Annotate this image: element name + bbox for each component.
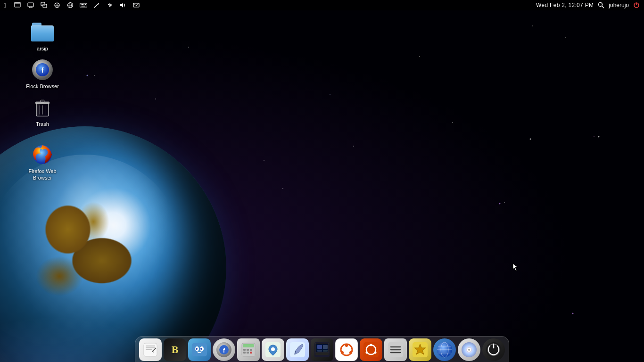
dock-item-bbedit[interactable]: B [164,338,186,361]
dock-icon-network [433,338,456,361]
svg-rect-71 [323,345,328,349]
dock-icon-texteditor [139,338,162,361]
dock-item-calculator[interactable] [237,338,260,361]
menubar-tool-icon[interactable] [53,1,61,9]
flock-icon: f [31,58,54,81]
svg-rect-73 [323,350,328,352]
dock-icon-flock: f [213,338,235,361]
svg-rect-19 [81,6,85,7]
dock-item-screen[interactable] [311,338,333,361]
svg-point-52 [200,348,202,350]
arsip-label: arsip [37,45,48,52]
dock-item-ubuntu[interactable] [360,338,382,361]
dock-icon-bbedit: B [164,338,186,361]
menubar-keyboard-icon[interactable] [80,1,87,9]
menubar-right: Wed Feb 2, 12:07 PM joherujo [536,1,640,9]
svg-rect-62 [247,352,249,354]
menubar-window-icon[interactable] [14,1,21,9]
menubar-search-icon[interactable] [597,1,605,9]
svg-point-84 [374,352,377,354]
dock-item-location[interactable] [262,338,284,361]
svg-rect-60 [250,349,252,351]
desktop-icon-trash[interactable]: Trash [24,94,61,129]
svg-rect-7 [43,4,47,8]
dock-item-finder[interactable] [188,338,211,361]
dock-item-texteditor[interactable] [139,338,162,361]
svg-rect-63 [250,352,252,354]
svg-rect-72 [317,350,322,352]
svg-point-27 [599,3,603,7]
dock-icon-calculator [237,338,260,361]
desktop-icon-arsip[interactable]: arsip [24,19,61,54]
trash-icon [31,96,54,119]
dock-icon-location [262,338,284,361]
svg-rect-57 [243,344,254,347]
desktop:  [0,0,644,362]
desktop-icon-flock[interactable]: f Flock Browser [24,57,61,91]
menubar-username[interactable]: joherujo [609,2,629,8]
menubar-screen2-icon[interactable] [40,1,48,9]
dock-item-sleep[interactable] [482,338,505,361]
dock-icon-finder [188,338,211,361]
svg-point-98 [468,349,470,351]
menubar-left:  [4,1,140,9]
svg-point-82 [370,344,372,346]
menubar-usb-icon[interactable] [106,1,114,9]
flock-label: Flock Browser [26,83,59,90]
svg-rect-15 [81,4,82,5]
svg-rect-16 [82,4,83,5]
svg-line-28 [602,6,604,8]
menubar-datetime: Wed Feb 2, 12:07 PM [536,2,594,8]
svg-text:f: f [41,66,44,74]
firefox-label: Firefox Web Browser [25,168,59,181]
dock-item-quill[interactable] [286,338,309,361]
menubar:  [0,0,644,10]
dock-item-clippings[interactable] [409,338,431,361]
bbedit-letter: B [172,344,179,356]
dock-icon-ubuntu [360,338,382,361]
svg-point-83 [366,352,368,354]
svg-rect-59 [247,349,249,351]
apple-menu[interactable]:  [4,2,6,9]
menubar-globe-icon[interactable] [66,1,74,9]
svg-rect-14 [80,3,87,7]
svg-rect-24 [110,4,111,6]
svg-rect-61 [243,352,246,354]
dock-icon-screen [311,338,333,361]
svg-rect-48 [192,343,207,356]
svg-point-79 [349,351,352,354]
svg-rect-70 [317,345,322,349]
dock-item-flock-dock[interactable]: f [213,338,235,361]
dock-item-disc[interactable] [458,338,480,361]
menubar-email-icon[interactable] [132,1,140,9]
dock-item-ubuntuone[interactable] [335,338,358,361]
dock: B [135,336,509,362]
dock-item-menu[interactable] [384,338,407,361]
dock-icon-quill [286,338,309,361]
svg-marker-25 [120,3,123,8]
arsip-icon [31,21,54,43]
dock-icon-disc [458,338,480,361]
dock-icon-ubuntuone [335,338,358,361]
svg-rect-74 [315,353,329,355]
svg-rect-18 [85,4,86,5]
dock-icon-menu [384,338,407,361]
svg-line-20 [94,4,98,8]
dock-item-network[interactable] [433,338,456,361]
menubar-volume-icon[interactable] [119,1,127,9]
firefox-icon [31,143,54,166]
trash-label: Trash [36,121,49,127]
menubar-pen-icon[interactable] [93,1,100,9]
desktop-icon-firefox[interactable]: Firefox Web Browser [24,141,61,183]
menubar-display-icon[interactable] [27,1,34,9]
dock-icon-clippings [409,338,431,361]
svg-point-78 [341,351,344,354]
svg-rect-17 [83,4,84,5]
svg-point-77 [345,344,348,347]
menubar-power-icon[interactable] [633,1,640,9]
svg-rect-2 [28,3,33,7]
svg-rect-1 [15,2,20,4]
svg-rect-40 [37,104,40,116]
svg-marker-21 [98,3,99,5]
svg-point-65 [271,347,275,351]
